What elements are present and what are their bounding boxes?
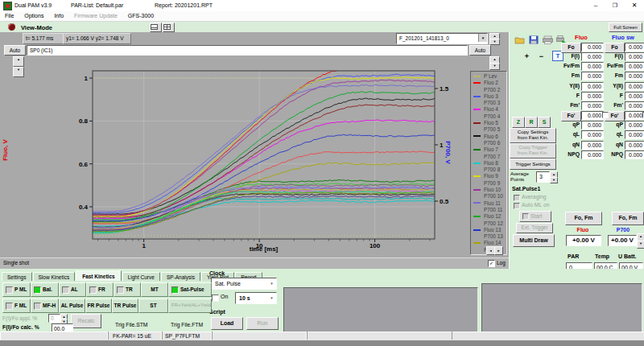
auto-ml-checkbox[interactable] bbox=[514, 203, 520, 209]
average-spin-down[interactable]: ▼ bbox=[550, 177, 558, 183]
tab-fast-kinetics[interactable]: Fast Kinetics bbox=[76, 270, 121, 281]
sat-pulse-checkbox[interactable] bbox=[171, 286, 179, 294]
clock-mode-select[interactable]: Sat. Pulse ▾ bbox=[211, 278, 277, 290]
legend-item-p-lev[interactable]: P Lev bbox=[471, 73, 506, 80]
s-button[interactable]: S bbox=[538, 117, 551, 128]
window-layout-1-button[interactable] bbox=[150, 23, 162, 32]
interval-chevron-icon[interactable]: ▾ bbox=[268, 295, 275, 302]
legend-item-fluo-10[interactable]: Fluo 10 bbox=[471, 187, 506, 193]
trigger-settings-button[interactable]: Trigger Settings bbox=[510, 159, 556, 170]
fo-fm-button-1[interactable]: Fo, Fm bbox=[565, 212, 602, 225]
tab-slow-kinetics[interactable]: Slow Kinetics bbox=[33, 272, 76, 281]
window-layout-2-button[interactable] bbox=[163, 23, 175, 32]
zoom-out-button[interactable]: − bbox=[535, 51, 548, 63]
average-points-field[interactable]: 3 bbox=[536, 171, 550, 183]
legend-item-p700-5[interactable]: P700 5 bbox=[471, 126, 506, 133]
ctrl-st[interactable]: ST bbox=[138, 299, 168, 313]
ctrl-tr[interactable]: TR bbox=[114, 282, 141, 297]
legend-item-p700-7[interactable]: P700 7 bbox=[471, 154, 506, 160]
script-load-button[interactable]: Load bbox=[211, 317, 243, 330]
chevron-down-icon[interactable]: ▾ bbox=[478, 34, 487, 42]
log-checkbox[interactable]: ✓ bbox=[488, 260, 495, 267]
auto-left-button[interactable]: Auto bbox=[4, 45, 26, 56]
copy-settings-button[interactable]: Copy Settings from Fast Kin. bbox=[510, 128, 556, 143]
averaging-checkbox[interactable] bbox=[514, 195, 520, 201]
trig-file-ftm[interactable]: Trig File.FTM bbox=[171, 322, 203, 327]
menu-info[interactable]: Info bbox=[54, 13, 64, 19]
legend-item-p700-6[interactable]: P700 6 bbox=[471, 140, 506, 146]
curve-legend[interactable]: P LevFluo 2P700 2Fluo 3P700 3Fluo 4P700 … bbox=[470, 71, 507, 255]
open-file-button[interactable] bbox=[514, 35, 527, 47]
legend-item-p700-9[interactable]: P700 9 bbox=[471, 180, 506, 187]
legend-item-p700-8[interactable]: P700 8 bbox=[471, 167, 506, 173]
ctrl-f-ml[interactable]: F ML bbox=[2, 299, 31, 313]
legend-item-fluo-12[interactable]: Fluo 12 bbox=[471, 213, 506, 220]
tab-settings[interactable]: Settings bbox=[2, 272, 32, 281]
mf-h-checkbox[interactable] bbox=[34, 303, 41, 310]
fo-button-1[interactable]: Fo' bbox=[561, 111, 581, 122]
fr-checkbox[interactable] bbox=[89, 286, 97, 294]
menu-file[interactable]: File bbox=[5, 13, 14, 19]
legend-item-p700-10[interactable]: P700 10 bbox=[471, 193, 506, 200]
legend-item-fluo-7[interactable]: Fluo 7 bbox=[471, 146, 506, 153]
fo-button-2[interactable]: Fo bbox=[605, 43, 625, 53]
zoom-in-button[interactable]: + bbox=[520, 51, 534, 63]
al-checkbox[interactable] bbox=[62, 286, 69, 294]
legend-item-p700-11[interactable]: P700 11 bbox=[471, 207, 506, 213]
multi-draw-button[interactable]: Multi Draw bbox=[513, 234, 555, 247]
clock-on-checkbox[interactable] bbox=[212, 295, 219, 302]
p700-gain-down[interactable]: ▼ bbox=[637, 241, 644, 249]
legend-item-p700-2[interactable]: P700 2 bbox=[471, 87, 506, 93]
tr-checkbox[interactable] bbox=[117, 286, 124, 294]
menu-options[interactable]: Options bbox=[24, 13, 43, 19]
trig-file-stm[interactable]: Trig File.STM bbox=[115, 322, 148, 327]
fo-checkbox-1[interactable] bbox=[602, 112, 609, 118]
ctrl-al-pulse[interactable]: AL Pulse bbox=[59, 299, 85, 313]
legend-item-fluo-13[interactable]: Fluo 13 bbox=[471, 227, 506, 233]
r-button[interactable]: R bbox=[525, 117, 538, 128]
fo-fm-button-2[interactable]: Fo, Fm bbox=[612, 212, 644, 225]
ctrl-sat-pulse[interactable]: Sat-Pulse bbox=[168, 282, 212, 297]
ctrl-al[interactable]: AL bbox=[59, 282, 86, 297]
legend-item-fluo-5[interactable]: Fluo 5 bbox=[471, 120, 506, 126]
f-ml-checkbox[interactable] bbox=[6, 303, 13, 310]
ctrl-fr-pulse[interactable]: FR Pulse bbox=[85, 299, 112, 313]
z-button[interactable]: Z bbox=[512, 117, 525, 128]
record-spin-down[interactable]: ▼ bbox=[489, 39, 500, 45]
auto-right-button[interactable]: Auto bbox=[469, 45, 491, 56]
save-button[interactable] bbox=[528, 35, 542, 47]
ctrl-mt[interactable]: MT bbox=[141, 282, 168, 297]
print-button[interactable] bbox=[542, 35, 555, 47]
legend-item-fluo-2[interactable]: Fluo 2 bbox=[471, 80, 506, 86]
clock-chevron-icon[interactable]: ▾ bbox=[268, 280, 275, 287]
menu-gfs-3000[interactable]: GFS-3000 bbox=[128, 13, 154, 19]
clock-interval-select[interactable]: 10 s ▾ bbox=[235, 292, 277, 304]
legend-item-p700-4[interactable]: P700 4 bbox=[471, 113, 506, 120]
tab-sp-analysis[interactable]: SP-Analysis bbox=[161, 272, 200, 281]
ctrl-mf-h[interactable]: MF-H bbox=[31, 299, 59, 313]
ctrl-bal[interactable]: Bal. bbox=[31, 282, 59, 297]
chart-spin-down[interactable]: ▼ bbox=[13, 67, 24, 77]
legend-item-fluo-8[interactable]: Fluo 8 bbox=[471, 160, 506, 167]
sample-field[interactable]: SP0 (IC1) bbox=[27, 45, 468, 56]
minimize-button[interactable]: – bbox=[589, 1, 602, 10]
close-button[interactable]: ✕ bbox=[628, 1, 641, 10]
scale-spin-down[interactable]: ▼ bbox=[489, 63, 500, 70]
chart-spin-up[interactable]: ▲ bbox=[13, 56, 24, 67]
ctrl-fr[interactable]: FR bbox=[86, 282, 114, 297]
maximize-button[interactable]: ❐ bbox=[609, 1, 621, 10]
ctrl-tr-pulse[interactable]: TR Pulse bbox=[112, 299, 138, 313]
legend-item-p700-12[interactable]: P700 12 bbox=[471, 220, 506, 227]
record-select[interactable]: F_201201_141813_0 ▾ bbox=[396, 33, 488, 44]
bal-checkbox[interactable] bbox=[34, 286, 41, 294]
ctrl-p-ml[interactable]: P ML bbox=[2, 282, 31, 297]
legend-item-fluo-11[interactable]: Fluo 11 bbox=[471, 200, 506, 207]
legend-scroll-right[interactable]: ► bbox=[494, 246, 503, 255]
legend-item-p700-3[interactable]: P700 3 bbox=[471, 100, 506, 106]
tab-light-curve[interactable]: Light Curve bbox=[122, 272, 160, 281]
fo-button-1[interactable]: Fo bbox=[561, 43, 581, 53]
legend-item-fluo-6[interactable]: Fluo 6 bbox=[471, 134, 506, 140]
full-screen-button[interactable]: Full Screen bbox=[609, 23, 642, 32]
legend-item-fluo-4[interactable]: Fluo 4 bbox=[471, 106, 506, 113]
p-ml-checkbox[interactable] bbox=[6, 286, 13, 294]
